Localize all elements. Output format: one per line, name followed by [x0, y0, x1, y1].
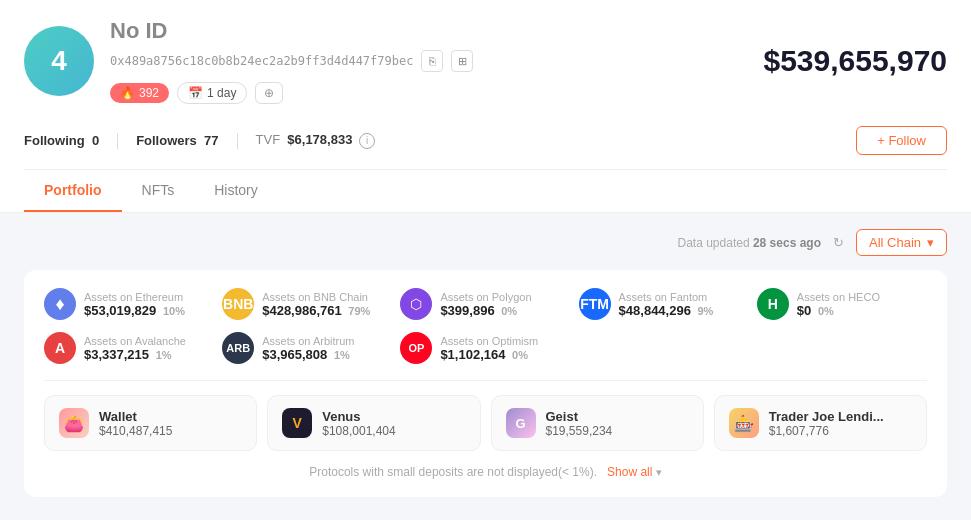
- avax-label: Assets on Avalanche: [84, 335, 186, 347]
- data-updated-label: Data updated 28 secs ago: [678, 236, 821, 250]
- avatar: 4: [24, 26, 94, 96]
- venus-value: $108,001,404: [322, 424, 395, 438]
- info-icon[interactable]: i: [359, 133, 375, 149]
- main-content: Data updated 28 secs ago ↻ All Chain ▾ ♦…: [0, 213, 971, 513]
- assets-grid: ♦ Assets on Ethereum $53,019,829 10% BNB…: [44, 288, 927, 364]
- bnb-value: $428,986,761 79%: [262, 303, 370, 318]
- protocols-row: 👛 Wallet $410,487,415 V Venus $108,001,4…: [44, 395, 927, 451]
- extra-badge[interactable]: ⊕: [255, 82, 283, 104]
- venus-name: Venus: [322, 409, 395, 424]
- heco-label: Assets on HECO: [797, 291, 880, 303]
- eth-logo: ♦: [44, 288, 76, 320]
- calendar-icon: 📅: [188, 86, 203, 100]
- refresh-icon[interactable]: ↻: [833, 235, 844, 250]
- wallet-name: Wallet: [99, 409, 172, 424]
- op-label: Assets on Optimism: [440, 335, 538, 347]
- asset-avalanche: A Assets on Avalanche $3,337,215 1%: [44, 332, 214, 364]
- heco-value: $0 0%: [797, 303, 880, 318]
- asset-heco: H Assets on HECO $0 0%: [757, 288, 927, 320]
- chain-dropdown[interactable]: All Chain ▾: [856, 229, 947, 256]
- asset-fantom: FTM Assets on Fantom $48,844,296 9%: [579, 288, 749, 320]
- tvf-value: $6,178,833: [287, 132, 352, 147]
- profile-name: No ID: [110, 18, 473, 44]
- show-all-link[interactable]: Show all: [604, 465, 656, 479]
- follow-button[interactable]: + Follow: [856, 126, 947, 155]
- ftm-logo: FTM: [579, 288, 611, 320]
- protocol-geist: G Geist $19,559,234: [491, 395, 704, 451]
- trader-value: $1,607,776: [769, 424, 884, 438]
- wallet-logo: 👛: [59, 408, 89, 438]
- heco-logo: H: [757, 288, 789, 320]
- geist-logo: G: [506, 408, 536, 438]
- asset-bnb: BNB Assets on BNB Chain $428,986,761 79%: [222, 288, 392, 320]
- fire-badge: 🔥 392: [110, 83, 169, 103]
- tab-history[interactable]: History: [194, 170, 278, 212]
- profile-header: 4 No ID 0x489a8756c18c0b8b24ec2a2b9ff3d4…: [0, 0, 971, 213]
- wallet-value: $410,487,415: [99, 424, 172, 438]
- avax-value: $3,337,215 1%: [84, 347, 186, 362]
- fire-count: 392: [139, 86, 159, 100]
- poly-value: $399,896 0%: [440, 303, 531, 318]
- venus-logo: V: [282, 408, 312, 438]
- trader-logo: 🎰: [729, 408, 759, 438]
- tab-nfts[interactable]: NFTs: [122, 170, 195, 212]
- eth-label: Assets on Ethereum: [84, 291, 185, 303]
- following-stat: Following 0: [24, 133, 99, 148]
- protocols-note: Protocols with small deposits are not di…: [44, 465, 927, 479]
- arb-logo: ARB: [222, 332, 254, 364]
- asset-polygon: ⬡ Assets on Polygon $399,896 0%: [400, 288, 570, 320]
- poly-logo: ⬡: [400, 288, 432, 320]
- geist-value: $19,559,234: [546, 424, 613, 438]
- followers-stat: Followers 77: [136, 133, 218, 148]
- protocol-venus: V Venus $108,001,404: [267, 395, 480, 451]
- asset-arbitrum: ARB Assets on Arbitrum $3,965,808 1%: [222, 332, 392, 364]
- bnb-logo: BNB: [222, 288, 254, 320]
- copy-icon[interactable]: ⎘: [421, 50, 443, 72]
- geist-name: Geist: [546, 409, 613, 424]
- op-logo: OP: [400, 332, 432, 364]
- trader-name: Trader Joe Lendi...: [769, 409, 884, 424]
- bnb-label: Assets on BNB Chain: [262, 291, 370, 303]
- tab-portfolio[interactable]: Portfolio: [24, 170, 122, 212]
- ftm-label: Assets on Fantom: [619, 291, 714, 303]
- qr-icon[interactable]: ⊞: [451, 50, 473, 72]
- profile-address: 0x489a8756c18c0b8b24ec2a2b9ff3d4d447f79b…: [110, 54, 413, 68]
- poly-label: Assets on Polygon: [440, 291, 531, 303]
- avax-logo: A: [44, 332, 76, 364]
- total-value: $539,655,970: [763, 44, 947, 78]
- asset-optimism: OP Assets on Optimism $1,102,164 0%: [400, 332, 570, 364]
- assets-container: ♦ Assets on Ethereum $53,019,829 10% BNB…: [24, 270, 947, 497]
- fire-icon: 🔥: [120, 86, 135, 100]
- profile-tabs: Portfolio NFTs History: [24, 169, 947, 212]
- chevron-down-icon: ▾: [927, 235, 934, 250]
- op-value: $1,102,164 0%: [440, 347, 538, 362]
- arb-value: $3,965,808 1%: [262, 347, 354, 362]
- day-badge: 📅 1 day: [177, 82, 247, 104]
- eth-value: $53,019,829 10%: [84, 303, 185, 318]
- tvf-stat: TVF $6,178,833 i: [256, 132, 376, 149]
- protocol-wallet: 👛 Wallet $410,487,415: [44, 395, 257, 451]
- chevron-down-icon-note: ▾: [656, 466, 662, 478]
- arb-label: Assets on Arbitrum: [262, 335, 354, 347]
- protocol-trader-joe: 🎰 Trader Joe Lendi... $1,607,776: [714, 395, 927, 451]
- asset-ethereum: ♦ Assets on Ethereum $53,019,829 10%: [44, 288, 214, 320]
- day-label: 1 day: [207, 86, 236, 100]
- ftm-value: $48,844,296 9%: [619, 303, 714, 318]
